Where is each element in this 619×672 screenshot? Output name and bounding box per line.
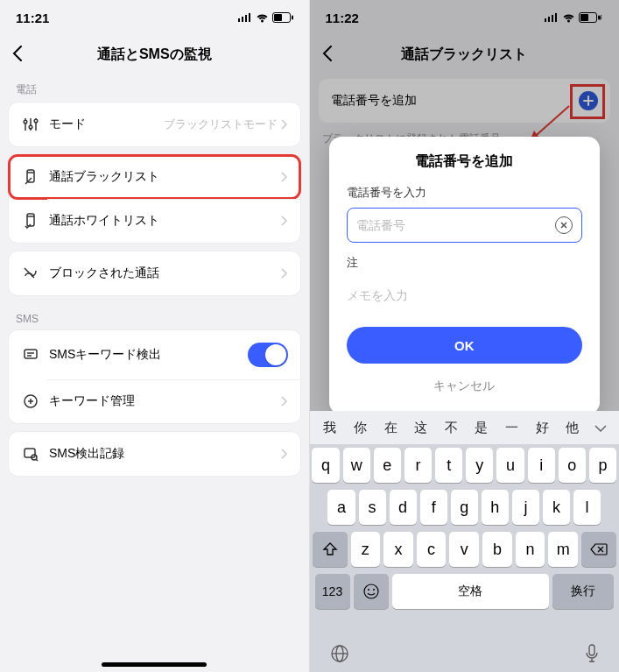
key[interactable]: h [482, 490, 509, 525]
row-mode[interactable]: モード ブラックリストモード [9, 103, 300, 146]
key[interactable]: b [482, 532, 512, 567]
cancel-button[interactable]: キャンセル [347, 371, 583, 402]
clear-button[interactable] [555, 216, 573, 234]
globe-icon [329, 643, 350, 664]
svg-rect-5 [274, 14, 282, 21]
key[interactable]: s [359, 490, 386, 525]
suggestion[interactable]: 你 [345, 414, 376, 442]
field-label-note: 注 [347, 255, 583, 271]
chevron-right-icon [281, 268, 288, 279]
key[interactable]: f [420, 490, 447, 525]
suggestion[interactable]: 不 [436, 414, 467, 442]
chevron-right-icon [281, 119, 288, 130]
modal-title: 電話番号を追加 [347, 152, 583, 171]
row-kw-manage[interactable]: キーワード管理 [9, 379, 300, 423]
card-mode: モード ブラックリストモード [9, 103, 300, 146]
key[interactable]: u [496, 448, 524, 483]
phone-allow-icon [21, 211, 40, 230]
svg-rect-19 [25, 350, 37, 358]
suggestion[interactable]: 这 [405, 414, 436, 442]
chevron-right-icon [281, 449, 288, 459]
keyboard-rows: q w e r t y u i o p a s d f g h j k l [310, 444, 620, 635]
row-blocked[interactable]: ブロックされた通話 [9, 251, 300, 295]
ok-button[interactable]: OK [347, 327, 583, 364]
blocked-calls-icon [21, 264, 40, 283]
right-phone: 11:22 通話ブラックリスト 電話番号を追加 ブラックリストに登録された電話番… [310, 0, 620, 672]
row-label: SMSキーワード検出 [49, 347, 248, 363]
key[interactable]: a [327, 490, 355, 525]
phone-input[interactable] [356, 218, 556, 232]
row-blacklist[interactable]: 通話ブラックリスト [9, 155, 300, 199]
section-label-phone: 電話 [0, 74, 309, 103]
row-whitelist[interactable]: 通話ホワイトリスト [9, 199, 300, 243]
suggestion[interactable]: 一 [496, 414, 527, 442]
suggestion[interactable]: 我 [315, 414, 346, 442]
svg-point-11 [29, 125, 32, 129]
toggle-switch[interactable] [248, 343, 288, 367]
key[interactable]: o [559, 448, 586, 483]
card-lists: 通話ブラックリスト 通話ホワイトリスト [9, 155, 300, 243]
key[interactable]: p [589, 448, 616, 483]
battery-icon [272, 12, 293, 23]
svg-rect-0 [238, 18, 240, 22]
key[interactable]: j [512, 490, 539, 525]
expand-suggestions[interactable] [587, 420, 614, 435]
svg-point-10 [24, 120, 27, 124]
key[interactable]: e [374, 448, 401, 483]
mic-key[interactable] [584, 643, 600, 664]
phone-field[interactable] [347, 208, 583, 243]
key[interactable]: m [548, 532, 578, 567]
row-kw-detect[interactable]: SMSキーワード検出 [9, 330, 300, 379]
shift-key[interactable] [313, 532, 348, 567]
return-key[interactable]: 换行 [552, 574, 614, 609]
sms-log-icon [21, 444, 40, 463]
close-icon [560, 222, 567, 229]
row-label: モード [49, 117, 164, 132]
svg-point-36 [368, 589, 369, 591]
row-sms-log[interactable]: SMS検出記録 [9, 432, 300, 476]
sms-detect-icon [21, 345, 40, 364]
key[interactable]: t [435, 448, 462, 483]
key[interactable]: y [466, 448, 493, 483]
mic-icon [584, 643, 600, 664]
note-field[interactable] [347, 278, 583, 313]
row-label: SMS検出記録 [49, 446, 281, 462]
keyword-icon [21, 392, 40, 411]
numbers-key[interactable]: 123 [315, 574, 350, 609]
key[interactable]: z [351, 532, 381, 567]
key[interactable]: r [404, 448, 432, 483]
keyboard-row: a s d f g h j k l [313, 490, 617, 525]
key[interactable]: i [528, 448, 555, 483]
key[interactable]: v [449, 532, 479, 567]
globe-key[interactable] [329, 643, 350, 664]
suggestion[interactable]: 是 [467, 414, 497, 442]
key[interactable]: k [543, 490, 570, 525]
key[interactable]: g [451, 490, 478, 525]
suggestion[interactable]: 他 [557, 414, 587, 442]
left-phone: 11:21 通話とSMSの監視 電話 モード ブラックリストモード 通話ブラッ [0, 0, 310, 672]
key[interactable]: c [417, 532, 447, 567]
key[interactable]: q [312, 448, 339, 483]
space-key[interactable]: 空格 [392, 574, 550, 609]
svg-rect-41 [589, 645, 594, 655]
emoji-key[interactable] [354, 574, 389, 609]
row-label: キーワード管理 [49, 393, 281, 409]
card-blocked: ブロックされた通話 [9, 251, 300, 295]
key[interactable]: l [573, 490, 601, 525]
home-indicator[interactable] [102, 662, 207, 667]
note-input[interactable] [347, 288, 583, 302]
suggestion[interactable]: 在 [376, 414, 406, 442]
key[interactable]: w [343, 448, 370, 483]
key[interactable]: d [390, 490, 417, 525]
chevron-right-icon [281, 216, 288, 226]
suggestion[interactable]: 好 [527, 414, 558, 442]
back-button[interactable] [12, 46, 23, 65]
field-label-phone: 電話番号を入力 [347, 185, 583, 201]
svg-rect-3 [249, 13, 250, 22]
key[interactable]: n [516, 532, 545, 567]
page-title: 通話とSMSの監視 [97, 46, 212, 64]
key[interactable]: x [383, 532, 413, 567]
delete-key[interactable] [581, 532, 616, 567]
card-sms-log: SMS検出記録 [9, 432, 300, 476]
keyboard-suggestions: 我 你 在 这 不 是 一 好 他 [310, 411, 620, 444]
